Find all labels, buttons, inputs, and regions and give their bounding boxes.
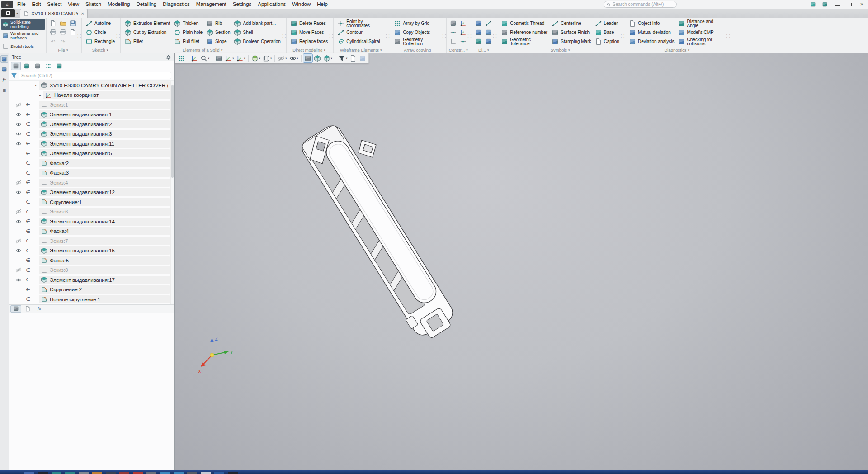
tree-item-bar[interactable]: Эскиз:1 (39, 101, 170, 109)
chevron-down-icon[interactable]: ▾ (221, 48, 223, 52)
tree-tab-tab[interactable] (10, 305, 21, 313)
leader-button[interactable]: Leader (593, 19, 621, 28)
open-folder-button[interactable] (58, 19, 68, 28)
close-button[interactable]: × (856, 0, 868, 9)
tree-item-bar[interactable]: Эскиз:7 (39, 237, 170, 245)
expander-icon[interactable]: ▸ (37, 93, 43, 97)
copy-objects-button[interactable]: Copy Objects (392, 28, 443, 37)
tree-item-bar[interactable]: Фаска:2 (39, 159, 170, 167)
chevron-down-icon[interactable]: ▾ (688, 48, 690, 52)
stamping-mark-button[interactable]: Stamping Mark (550, 37, 593, 46)
tree-row[interactable]: ∈Элемент выдавливания:12 (14, 188, 174, 198)
snap-grid-button[interactable] (177, 54, 186, 62)
expander-icon[interactable]: ▾ (33, 83, 39, 87)
taskbar-app-fragment[interactable] (214, 472, 224, 474)
document-tab[interactable]: XV10 ES300 CAMRY... × (20, 9, 88, 18)
tree-row[interactable]: ∈Эскиз:1 (14, 100, 174, 110)
chevron-down-icon[interactable]: ▾ (331, 57, 332, 60)
chevron-down-icon[interactable]: ▾ (466, 48, 468, 52)
tree-row[interactable]: ∈Скругление:1 (14, 197, 174, 207)
tree-item-bar[interactable]: Элемент выдавливания:1 (39, 110, 170, 118)
chevron-down-icon[interactable]: ▾ (259, 57, 260, 60)
tree-row[interactable]: ∈Полное скругление:1 (14, 294, 174, 304)
zones-cube-button[interactable]: ▾ (322, 54, 333, 62)
visibility-eye-off-icon[interactable] (14, 238, 24, 244)
taskbar-app-fragment[interactable] (38, 472, 48, 474)
object-properties-sheet-button[interactable] (349, 54, 358, 62)
chevron-down-icon[interactable]: ▾ (324, 48, 326, 52)
taskbar-app-fragment[interactable] (92, 472, 102, 474)
chevron-down-icon[interactable]: ▾ (285, 57, 287, 60)
boolean-operation-button[interactable]: Boolean Operation (232, 37, 282, 46)
tree-row[interactable]: ∈Эскиз:6 (14, 207, 174, 217)
menu-help[interactable]: Help (314, 0, 331, 9)
chevron-down-icon[interactable]: ▾ (16, 11, 18, 15)
menu-diagnostics[interactable]: Diagnostics (160, 0, 193, 9)
taskbar-app-fragment[interactable] (133, 472, 143, 474)
tree-row[interactable]: ▾XV10 ES300 CAMRY CABIN AIR FILTER COVER… (14, 81, 174, 90)
taskbar-app-fragment[interactable] (228, 472, 238, 474)
deviation-analysis-button[interactable]: Deviation analysis (627, 37, 676, 46)
tree-row[interactable]: ∈Элемент выдавливания:17 (14, 275, 174, 285)
tree-item-bar[interactable]: Скругление:1 (39, 198, 170, 206)
tree-item-bar[interactable]: Начало координат (43, 91, 170, 99)
tree-item-bar[interactable]: Элемент выдавливания:15 (39, 246, 170, 255)
orientation-cube-button[interactable]: ▾ (250, 54, 261, 62)
command-search[interactable] (604, 1, 677, 8)
slope-button[interactable]: Slope (204, 37, 232, 46)
hide-objects-eye-off-button[interactable]: ▾ (277, 54, 288, 62)
taskbar-app-fragment[interactable] (146, 472, 156, 474)
visibility-eye-icon[interactable] (14, 131, 24, 137)
chevron-down-icon[interactable]: ▾ (208, 57, 209, 60)
taskbar-app-fragment[interactable] (174, 472, 184, 474)
grouping-grid-button[interactable] (43, 62, 53, 70)
new-document-button[interactable] (48, 19, 58, 28)
linear-dimension-button[interactable] (484, 19, 493, 28)
print-preview-button[interactable] (58, 28, 68, 37)
distance-and-angle-button[interactable]: Distance and Angle (676, 19, 727, 28)
save-button[interactable] (68, 19, 78, 28)
tree-row[interactable]: ∈Фаска:2 (14, 158, 174, 168)
menu-file[interactable]: File (14, 0, 29, 9)
mode-solid-state-modelling[interactable]: Solid-state modelling (1, 19, 45, 30)
autoline-button[interactable]: Autoline (84, 19, 117, 28)
visibility-eye-icon[interactable] (14, 141, 24, 147)
geometric-tolerance-button[interactable]: Geometric Tolerance (499, 37, 550, 46)
visibility-eye-icon[interactable] (14, 277, 24, 283)
menu-detailing[interactable]: Detailing (133, 0, 160, 9)
visibility-eye-icon[interactable] (14, 247, 24, 254)
add-blank-part-button[interactable]: Add blank part... (232, 19, 282, 28)
tree-item-bar[interactable]: Эскиз:4 (39, 179, 170, 187)
tree-scrollbar-thumb[interactable] (171, 85, 174, 178)
auto-dimension-button[interactable] (474, 19, 483, 28)
surface-finish-button[interactable]: Surface Finish (550, 28, 593, 37)
menu-edit[interactable]: Edit (29, 0, 44, 9)
tree-row[interactable]: ∈Скругление:2 (14, 285, 174, 295)
menu-applications[interactable]: Applications (255, 0, 289, 9)
point-by-coordinates-button[interactable]: Point by coordinates (335, 19, 386, 28)
visibility-eye-icon[interactable] (14, 111, 24, 118)
relations-button[interactable] (33, 62, 42, 70)
display-mode-button[interactable]: ▾ (262, 54, 273, 62)
contour-button[interactable]: Contour (335, 28, 386, 37)
visibility-eye-off-icon[interactable] (14, 180, 24, 186)
chevron-down-icon[interactable]: ▾ (66, 48, 68, 52)
chevron-down-icon[interactable]: ▾ (346, 57, 347, 60)
chevron-down-icon[interactable]: ▾ (232, 57, 234, 60)
replace-faces-button[interactable]: Replace faces (288, 37, 330, 46)
visibility-eye-icon[interactable] (14, 218, 24, 225)
taskbar-app-fragment[interactable] (119, 472, 129, 474)
tree-item-bar[interactable]: Элемент выдавливания:3 (39, 130, 170, 138)
local-cs-button[interactable] (190, 54, 199, 62)
mode-sketch-tools[interactable]: Sketch tools (1, 41, 45, 52)
chevron-down-icon[interactable]: ▾ (244, 57, 245, 60)
visibility-eye-icon[interactable] (14, 121, 24, 128)
part-3d-model[interactable] (175, 53, 868, 470)
tree-row[interactable]: ∈Элемент выдавливания:15 (14, 246, 174, 256)
caption-button[interactable]: Caption (593, 37, 621, 46)
move-axes-button[interactable]: ▾ (224, 54, 235, 62)
rib-button[interactable]: Rib (204, 19, 232, 28)
tree-row[interactable]: ∈Элемент выдавливания:3 (14, 129, 174, 139)
tree-structure-button[interactable] (11, 62, 21, 70)
taskbar-app-fragment[interactable] (201, 472, 211, 474)
